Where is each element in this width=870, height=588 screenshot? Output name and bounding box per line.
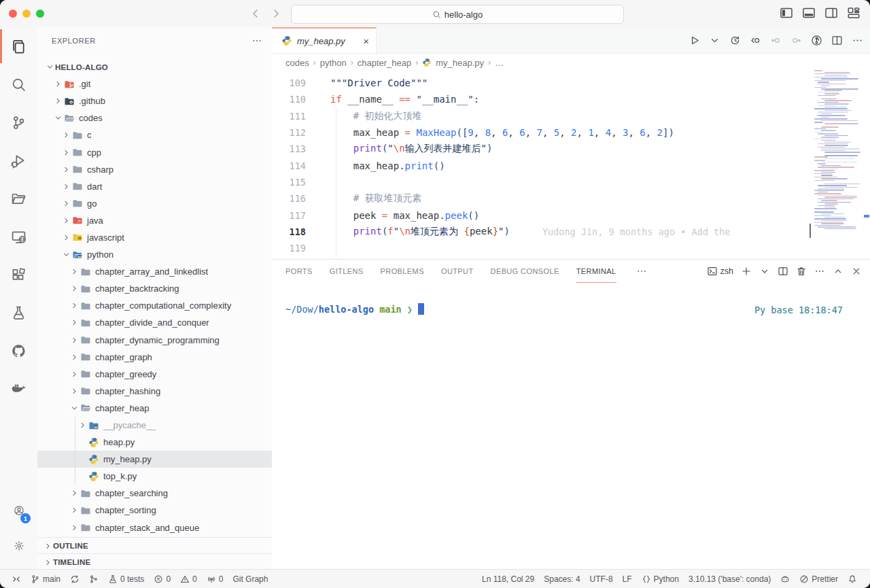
breadcrumb-item[interactable]: my_heap.py	[436, 58, 484, 68]
status-ports[interactable]: 0	[202, 570, 228, 588]
launch-profile-dropdown[interactable]	[759, 266, 770, 277]
panel-tab-debug-console[interactable]: DEBUG CONSOLE	[491, 260, 559, 283]
tree-item--git[interactable]: .git	[37, 75, 272, 92]
layout-panel-bottom-icon[interactable]	[802, 6, 816, 20]
code-line-115[interactable]: 115	[272, 174, 809, 190]
panel-tab-problems[interactable]: PROBLEMS	[381, 260, 424, 283]
layout-sidebar-left-icon[interactable]	[780, 6, 793, 20]
breadcrumb-item[interactable]: …	[495, 58, 504, 68]
chevron-right-icon[interactable]	[69, 506, 80, 515]
chevron-right-icon[interactable]	[60, 165, 71, 174]
activity-item-source-control[interactable]	[0, 103, 37, 141]
code-line-111[interactable]: 111 # 初始化大顶堆	[272, 108, 809, 124]
close-window-button[interactable]	[9, 10, 17, 18]
status-indentation[interactable]: Spaces: 4	[539, 570, 585, 588]
chevron-right-icon[interactable]	[69, 318, 80, 327]
tab-close-icon[interactable]: ×	[363, 36, 369, 46]
more-actions[interactable]	[814, 266, 825, 277]
status-warnings[interactable]: 0	[175, 570, 202, 588]
explorer-more-actions-icon[interactable]	[251, 35, 262, 46]
tree-item-root[interactable]: HELLO-ALGO	[37, 58, 272, 75]
status-copilot[interactable]	[776, 570, 795, 588]
kill-terminal[interactable]	[796, 266, 807, 277]
activity-item-testing[interactable]	[0, 294, 37, 332]
code-line-110[interactable]: 110if __name__ == "__main__":	[272, 91, 809, 107]
chevron-right-icon[interactable]	[42, 558, 53, 567]
tree-item-java[interactable]: java	[37, 212, 272, 229]
sidebar-section-timeline[interactable]: TIMELINE	[37, 553, 272, 570]
tree-item-chapter-backtracking[interactable]: chapter_backtracking	[37, 280, 272, 297]
tree-item-chapter-searching[interactable]: chapter_searching	[37, 485, 272, 502]
tree-item-chapter-sorting[interactable]: chapter_sorting	[37, 502, 272, 519]
shell-zsh[interactable]: zsh	[707, 266, 733, 277]
status-git-graph-label[interactable]: Git Graph	[228, 570, 273, 588]
activity-item-explorer[interactable]	[0, 27, 37, 65]
tree-item-codes[interactable]: codes	[37, 109, 272, 126]
chevron-right-icon[interactable]	[60, 233, 71, 242]
chevron-right-icon[interactable]	[69, 284, 80, 293]
tree-item-top-k-py[interactable]: top_k.py	[37, 468, 272, 485]
split-editor-icon[interactable]	[831, 35, 843, 46]
status-prettier[interactable]: Prettier	[795, 570, 843, 588]
activity-item-extensions[interactable]	[0, 256, 37, 294]
tree-item-cpp[interactable]: cpp	[37, 143, 272, 160]
status-git-branch[interactable]: main	[26, 570, 65, 588]
tree-item--pycache-[interactable]: __pycache__	[37, 417, 272, 434]
maximize-panel[interactable]	[833, 266, 843, 277]
code-line-117[interactable]: 117 peek = max_heap.peek()	[272, 207, 809, 224]
chevron-right-icon[interactable]	[52, 97, 63, 105]
tree-item-go[interactable]: go	[37, 195, 272, 212]
breadcrumb-item[interactable]: python	[320, 58, 347, 68]
tree-item-chapter-array-and-linkedlist[interactable]: chapter_array_and_linkedlist	[37, 263, 272, 280]
layout-customize-icon[interactable]	[847, 6, 860, 20]
chevron-right-icon[interactable]	[69, 336, 80, 345]
chevron-right-icon[interactable]	[69, 267, 80, 276]
code-line-112[interactable]: 112 max_heap = MaxHeap([9, 8, 6, 6, 7, 5…	[272, 124, 809, 141]
status-python-interpreter[interactable]: 3.10.13 ('base': conda)	[684, 570, 776, 588]
panel-tabs-more-icon[interactable]	[636, 266, 647, 277]
activity-item-github[interactable]	[0, 332, 37, 370]
tree-item-chapter-heap[interactable]: chapter_heap	[37, 400, 272, 417]
zoom-window-button[interactable]	[36, 10, 44, 18]
status-remote-indicator[interactable]	[7, 570, 26, 588]
tab-my-heap[interactable]: my_heap.py ×	[272, 27, 377, 53]
tree-item-chapter-hashing[interactable]: chapter_hashing	[37, 383, 272, 400]
chevron-right-icon[interactable]	[52, 80, 63, 88]
activity-item-search[interactable]	[0, 65, 37, 103]
status-encoding[interactable]: UTF-8	[585, 570, 618, 588]
chevron-right-icon[interactable]	[69, 370, 80, 379]
more-actions-icon[interactable]	[852, 35, 863, 46]
chevron-down-icon[interactable]	[44, 63, 55, 71]
tree-item-chapter-dynamic-programming[interactable]: chapter_dynamic_programming	[37, 332, 272, 349]
new-terminal[interactable]	[741, 266, 752, 277]
run-python-file-icon[interactable]	[689, 35, 700, 46]
status-eol[interactable]: LF	[618, 570, 637, 588]
tree-item-heap-py[interactable]: heap.py	[37, 434, 272, 451]
chevron-right-icon[interactable]	[69, 301, 80, 310]
chevron-right-icon[interactable]	[69, 489, 80, 498]
panel-tab-terminal[interactable]: TERMINAL	[576, 260, 616, 283]
timeline-history-icon[interactable]	[729, 35, 741, 46]
chevron-down-icon[interactable]	[60, 250, 71, 259]
tree-item-chapter-greedy[interactable]: chapter_greedy	[37, 366, 272, 383]
panel-tab-output[interactable]: OUTPUT	[441, 260, 474, 283]
activity-item-accounts[interactable]: 1	[0, 495, 37, 526]
panel-tab-ports[interactable]: PORTS	[285, 260, 313, 283]
code-line-116[interactable]: 116 # 获取堆顶元素	[272, 190, 809, 207]
tree-item-python[interactable]: python	[37, 246, 272, 263]
status-cursor-position[interactable]: Ln 118, Col 29	[477, 570, 539, 588]
activity-item-docker[interactable]	[0, 370, 37, 408]
tree-item-chapter-graph[interactable]: chapter_graph	[37, 349, 272, 366]
chevron-right-icon[interactable]	[60, 216, 71, 225]
close-panel[interactable]	[851, 266, 862, 277]
chevron-right-icon[interactable]	[60, 131, 71, 139]
layout-sidebar-right-icon[interactable]	[824, 6, 838, 20]
chevron-right-icon[interactable]	[77, 421, 88, 430]
nav-forward-icon[interactable]	[269, 7, 283, 20]
tree-item-csharp[interactable]: csharp	[37, 161, 272, 178]
chevron-down-icon[interactable]	[69, 404, 80, 413]
code-line-109[interactable]: 109"""Driver Code"""	[272, 75, 809, 91]
breadcrumb-item[interactable]: codes	[285, 58, 309, 68]
tree-item-dart[interactable]: dart	[37, 178, 272, 195]
code-line-119[interactable]: 119	[272, 240, 809, 256]
